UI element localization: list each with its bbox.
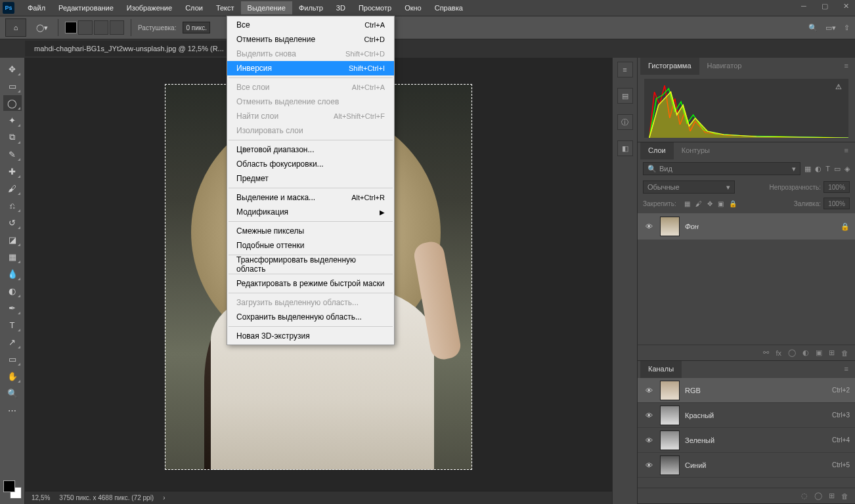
panel-menu-icon[interactable]: ≡ [838,361,855,378]
blur-tool[interactable]: 💧 [3,266,22,282]
filter-adjust-icon[interactable]: ◐ [815,165,822,173]
menu-item[interactable]: Редактировать в режиме быстрой маски [227,276,394,291]
trash-icon[interactable]: 🗑 [841,492,848,500]
home-button[interactable]: ⌂ [5,18,26,37]
menu-фильтр[interactable]: Фильтр [292,1,330,14]
lock-paint-icon[interactable]: 🖌 [695,200,702,207]
eraser-tool[interactable]: ◪ [3,232,22,247]
panel-icon-2[interactable]: ▤ [617,88,633,104]
crop-tool[interactable]: ⧉ [3,129,22,145]
filter-smart-icon[interactable]: ◈ [844,165,850,173]
search-icon[interactable]: 🔍 [808,24,818,32]
tab-layers[interactable]: Слои [640,142,674,159]
document-info[interactable]: 3750 пикс. x 4688 пикс. (72 ppi) [59,494,154,501]
visibility-icon[interactable]: 👁 [643,387,655,394]
brush-tool[interactable]: 🖌 [3,180,22,196]
move-tool[interactable]: ✥ [3,61,22,77]
zoom-tool[interactable]: 🔍 [3,385,22,401]
visibility-icon[interactable]: 👁 [643,461,655,469]
visibility-icon[interactable]: 👁 [643,222,655,230]
visibility-icon[interactable]: 👁 [643,436,655,444]
pen-tool[interactable]: ✒ [3,300,22,316]
eyedropper-tool[interactable]: ✎ [3,146,22,162]
fill-value[interactable]: 100% [823,198,850,209]
feather-input[interactable] [183,22,210,33]
edit-toolbar[interactable]: ⋯ [3,402,22,418]
menu-item[interactable]: Цветовой диапазон... [227,142,394,157]
share-icon[interactable]: ⇧ [844,24,850,32]
menu-item[interactable]: Смежные пикселы [227,224,394,238]
channel-row[interactable]: 👁КрасныйCtrl+3 [638,403,855,428]
fx-icon[interactable]: fx [776,349,781,357]
menu-item[interactable]: Новая 3D-экструзия [227,329,394,343]
save-selection-icon[interactable]: ◯ [814,492,822,500]
selection-add-icon[interactable] [78,20,93,35]
minimize-button[interactable]: ─ [800,2,808,10]
filter-pixel-icon[interactable]: ▦ [804,165,811,173]
menu-item[interactable]: Область фокусировки... [227,157,394,171]
menu-item[interactable]: Сохранить выделенную область... [227,310,394,324]
tab-navigator[interactable]: Навигатор [699,58,750,75]
menu-выделение[interactable]: Выделение [241,1,292,14]
menu-3d[interactable]: 3D [330,1,352,14]
maximize-button[interactable]: ▢ [821,2,829,10]
warning-icon[interactable]: ⚠ [835,83,842,91]
menu-item[interactable]: Отменить выделениеCtrl+D [227,32,394,47]
path-tool[interactable]: ↗ [3,334,22,350]
mask-icon[interactable]: ◯ [788,348,796,357]
selection-subtract-icon[interactable] [94,20,108,35]
color-swatches[interactable] [3,480,22,499]
panel-icon-1[interactable]: ≡ [617,62,633,77]
panel-menu-icon[interactable]: ≡ [838,142,855,159]
channel-row[interactable]: 👁СинийCtrl+5 [638,453,855,478]
menu-справка[interactable]: Справка [428,1,470,14]
lock-all-icon[interactable]: 🔒 [729,200,737,207]
menu-item[interactable]: Подобные оттенки [227,238,394,253]
history-brush-tool[interactable]: ↺ [3,215,22,230]
link-icon[interactable]: ⚯ [763,348,769,357]
menu-item[interactable]: ИнверсияShift+Ctrl+I [227,61,394,75]
opacity-value[interactable]: 100% [823,181,850,193]
channel-row[interactable]: 👁RGBCtrl+2 [638,378,855,403]
fg-color-swatch[interactable] [3,480,15,492]
lock-icon[interactable]: 🔒 [841,222,850,231]
tab-channels[interactable]: Каналы [640,361,682,378]
menu-item[interactable]: Трансформировать выделенную область [227,257,394,272]
filter-type-icon[interactable]: T [825,165,830,173]
new-channel-icon[interactable]: ⊞ [829,492,835,500]
workspace-switcher-icon[interactable]: ▭▾ [825,24,836,32]
panel-icon-4[interactable]: ◧ [617,140,633,156]
load-selection-icon[interactable]: ◌ [801,492,808,500]
stamp-tool[interactable]: ⎌ [3,198,22,213]
menu-текст[interactable]: Текст [209,1,241,14]
close-button[interactable]: ✕ [842,2,850,10]
blend-mode-select[interactable]: Обычные▾ [643,180,735,194]
tab-histogram[interactable]: Гистограмма [640,58,699,75]
gradient-tool[interactable]: ▦ [3,249,22,264]
zoom-display[interactable]: 12,5% [32,494,50,501]
menu-item[interactable]: Выделение и маска...Alt+Ctrl+R [227,190,394,205]
healing-tool[interactable]: ✚ [3,163,22,179]
hand-tool[interactable]: ✋ [3,368,22,384]
menu-редактирование[interactable]: Редактирование [52,1,120,14]
trash-icon[interactable]: 🗑 [841,349,848,357]
group-icon[interactable]: ▣ [816,348,822,357]
menu-изображение[interactable]: Изображение [120,1,179,14]
menu-item[interactable]: Предмет [227,171,394,186]
lock-artboard-icon[interactable]: ▣ [718,200,724,207]
document-tab[interactable]: mahdi-chaghari-BG1s_JYt2ww-unsplash.jpg … [25,41,244,56]
channel-row[interactable]: 👁ЗеленыйCtrl+4 [638,428,855,453]
layer-name[interactable]: Фон [685,222,699,230]
shape-tool[interactable]: ▭ [3,351,22,367]
layer-row[interactable]: 👁 Фон 🔒 [638,213,855,240]
adjustment-icon[interactable]: ◐ [802,348,809,357]
layer-filter[interactable]: 🔍 Вид ▾ [643,162,800,175]
type-tool[interactable]: T [3,317,22,333]
menu-просмотр[interactable]: Просмотр [352,1,398,14]
lasso-tool[interactable]: ◯ [3,95,22,111]
menu-файл[interactable]: Файл [21,1,52,14]
new-layer-icon[interactable]: ⊞ [829,348,835,357]
tab-paths[interactable]: Контуры [674,142,718,159]
panel-icon-3[interactable]: ⓘ [617,114,633,130]
menu-слои[interactable]: Слои [179,1,209,14]
